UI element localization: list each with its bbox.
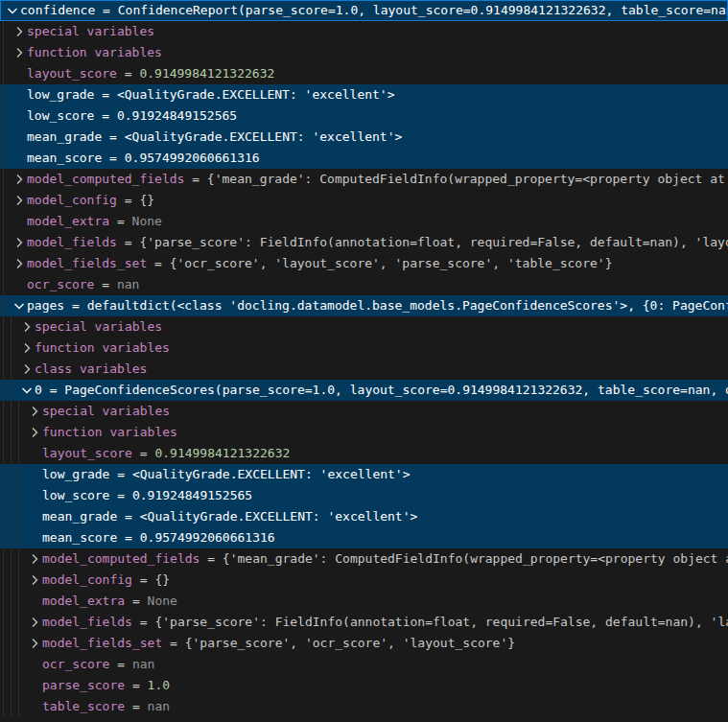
variable-row-model-fields[interactable]: model_fields = {'parse_score': FieldInfo… [0,612,728,633]
variable-row-mean-score[interactable]: mean_score = 0.9574992060661316 [0,148,728,169]
variable-name: class variables [35,359,147,380]
variable-row-table-score[interactable]: table_score = nan [0,696,728,717]
variable-row-model-config[interactable]: model_config = {} [0,570,728,591]
variable-row-special-variables[interactable]: special variables [0,316,728,338]
variable-row-model-extra[interactable]: model_extra = None [0,211,728,232]
indent-guide [18,570,19,591]
indent-guide [11,464,12,485]
indent-guide [3,401,4,422]
variable-row-mean-grade[interactable]: mean_grade = <QualityGrade.EXCELLENT: 'e… [0,506,728,527]
variable-row-ocr-score[interactable]: ocr_score = nan [0,274,728,295]
variable-value: {'ocr_score', 'layout_score', 'parse_sco… [170,253,613,274]
variable-row-low-score[interactable]: low_score = 0.91924849152565 [0,485,728,506]
variable-value: {'parse_score': FieldInfo(annotation=flo… [139,232,728,253]
variable-name: mean_score [42,527,117,548]
variable-name: mean_grade [27,127,102,148]
equals-separator: = [102,127,124,148]
variable-row-special-variables[interactable]: special variables [0,401,728,422]
chevron-right-icon[interactable] [12,172,27,187]
variable-name: low_grade [27,84,94,105]
variable-row-confidence[interactable]: confidence = ConfidenceReport(parse_scor… [0,0,728,21]
chevron-right-icon[interactable] [19,361,35,377]
variable-row-function-variables[interactable]: function variables [0,42,728,63]
chevron-right-icon[interactable] [12,256,27,271]
indent-guide [11,570,12,591]
variable-row-parse-score[interactable]: parse_score = 1.0 [0,675,728,696]
variable-value: nan [117,274,139,295]
indent-guide [18,548,19,570]
variable-row-mean-score[interactable]: mean_score = 0.9574992060661316 [0,527,728,548]
variable-row-model-fields[interactable]: model_fields = {'parse_score': FieldInfo… [0,232,728,253]
variable-row-ocr-score[interactable]: ocr_score = nan [0,654,728,675]
equals-separator: = [147,253,169,274]
equals-separator: = [184,169,206,190]
chevron-right-icon[interactable] [27,425,42,440]
variable-name: model_fields [42,612,132,633]
variable-name: model_computed_fields [42,548,200,570]
indent-guide [11,338,12,359]
variable-row-special-variables[interactable]: special variables [0,21,728,42]
variable-row-model-fields-set[interactable]: model_fields_set = {'parse_score', 'ocr_… [0,633,728,654]
variable-name: 0 [35,380,42,401]
indent-guide [11,612,12,633]
chevron-right-icon[interactable] [27,572,42,588]
variable-row-model-fields-set[interactable]: model_fields_set = {'ocr_score', 'layout… [0,253,728,274]
variable-name: model_fields [27,232,117,253]
variable-value: None [148,591,177,612]
variable-name: mean_score [27,148,102,169]
chevron-down-icon[interactable] [19,383,35,398]
variable-row-low-score[interactable]: low_score = 0.91924849152565 [0,105,728,127]
indent-guide [18,443,19,464]
chevron-right-icon[interactable] [12,235,27,250]
variable-value: 0.9149984121322632 [154,443,290,464]
indent-guide [11,696,12,717]
indent-guide [11,401,12,422]
variable-value: {} [139,190,154,211]
chevron-right-icon[interactable] [27,404,42,419]
variable-name: ocr_score [42,654,109,675]
variable-row-0[interactable]: 0 = PageConfidenceScores(parse_score=1.0… [0,380,728,401]
indent-guide [11,443,12,464]
indent-guide [18,506,19,527]
variable-value: nan [148,696,170,717]
chevron-right-icon[interactable] [27,615,42,630]
chevron-right-icon[interactable] [12,24,27,39]
twistie-spacer [27,594,42,609]
variable-row-model-computed-fields[interactable]: model_computed_fields = {'mean_grade': C… [0,169,728,190]
variable-row-model-computed-fields[interactable]: model_computed_fields = {'mean_grade': C… [0,548,728,570]
variable-row-layout-score[interactable]: layout_score = 0.9149984121322632 [0,443,728,464]
variable-row-function-variables[interactable]: function variables [0,422,728,443]
indent-guide [3,190,4,211]
variable-row-class-variables[interactable]: class variables [0,359,728,380]
chevron-right-icon[interactable] [12,45,27,60]
variable-value: {'mean_grade': ComputedFieldInfo(wrapped… [207,169,725,190]
variable-row-mean-grade[interactable]: mean_grade = <QualityGrade.EXCELLENT: 'e… [0,127,728,148]
chevron-right-icon[interactable] [27,636,42,651]
equals-separator: = [95,0,117,21]
twistie-spacer [12,151,27,166]
indent-guide [11,591,12,612]
chevron-right-icon[interactable] [19,340,35,356]
equals-separator: = [42,380,64,401]
variable-row-layout-score[interactable]: layout_score = 0.9149984121322632 [0,63,728,84]
chevron-right-icon[interactable] [12,193,27,208]
variable-row-pages[interactable]: pages = defaultdict(<class 'docling.data… [0,295,728,316]
chevron-down-icon[interactable] [12,298,27,314]
indent-guide [18,696,19,717]
chevron-right-icon[interactable] [27,551,42,567]
variable-row-low-grade[interactable]: low_grade = <QualityGrade.EXCELLENT: 'ex… [0,464,728,485]
variable-row-model-config[interactable]: model_config = {} [0,190,728,211]
variable-name: special variables [42,401,170,422]
equals-separator: = [117,527,139,548]
variable-row-function-variables[interactable]: function variables [0,338,728,359]
indent-guide [3,84,4,105]
variable-row-low-grade[interactable]: low_grade = <QualityGrade.EXCELLENT: 'ex… [0,84,728,105]
equals-separator: = [102,148,124,169]
chevron-down-icon[interactable] [5,3,20,18]
indent-guide [3,485,4,506]
chevron-right-icon[interactable] [19,319,35,335]
variable-value: <QualityGrade.EXCELLENT: 'excellent'> [140,506,418,527]
variable-row-model-extra[interactable]: model_extra = None [0,591,728,612]
variable-value: defaultdict(<class 'docling.datamodel.ba… [87,295,728,316]
indent-guide [3,696,4,717]
